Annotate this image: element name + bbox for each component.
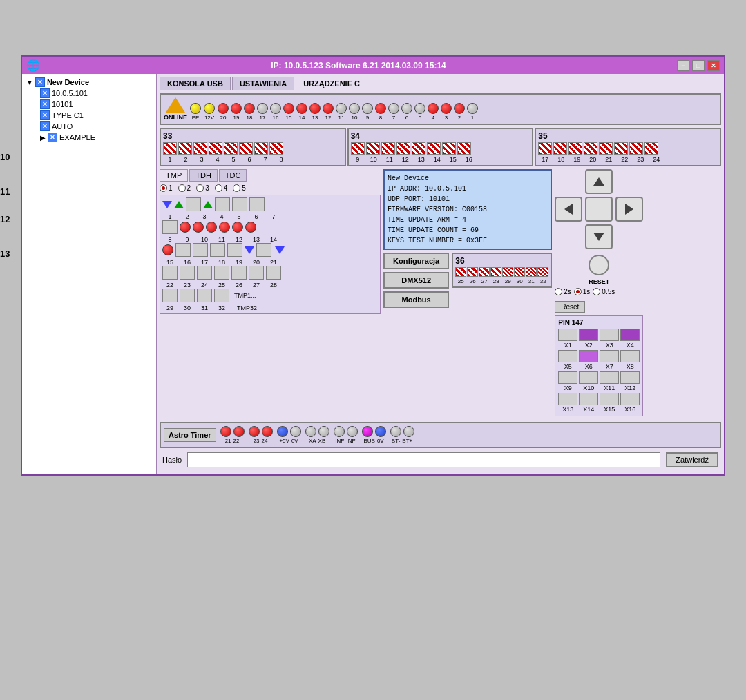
btn-5[interactable]: [215, 197, 230, 211]
key-center[interactable]: [585, 197, 613, 222]
btn-28[interactable]: [266, 266, 281, 280]
label-bt-minus: BT-: [392, 438, 400, 444]
key-down[interactable]: [585, 224, 613, 249]
hatch-36-1: [455, 267, 466, 277]
btn-25[interactable]: [214, 266, 229, 280]
pin-btn-x10[interactable]: [579, 371, 598, 384]
pin-btn-x8[interactable]: [620, 350, 640, 362]
dmx512-button[interactable]: DMX512: [383, 272, 449, 289]
btn-16[interactable]: [175, 243, 191, 257]
ch-34-9: 9: [351, 156, 365, 163]
btn-18[interactable]: [210, 243, 225, 257]
btn-6[interactable]: [232, 197, 247, 211]
radio-3[interactable]: 3: [196, 184, 209, 192]
led-ch2: [454, 103, 465, 114]
pin-label-x1: X1: [564, 342, 572, 349]
hatch-35-7: [629, 142, 643, 155]
pin-btn-x1[interactable]: [558, 329, 577, 341]
btn-8[interactable]: [162, 220, 178, 234]
btn-29[interactable]: [162, 289, 178, 302]
pin-btn-x12[interactable]: [620, 371, 640, 384]
subtab-tdc[interactable]: TDC: [219, 169, 247, 182]
btn-24[interactable]: [197, 266, 212, 280]
btn-21a[interactable]: [256, 243, 271, 257]
rnum-26: 26: [231, 282, 247, 289]
pin-btn-x6[interactable]: [579, 350, 598, 362]
btn-23[interactable]: [180, 266, 195, 280]
subtab-tmp[interactable]: TMP: [160, 169, 188, 182]
pin-panel: PIN 147 X1 X2: [555, 315, 643, 416]
rnum-13: 13: [249, 236, 264, 243]
tree-item-2[interactable]: ✕ TYPE C1: [39, 110, 153, 121]
key-left[interactable]: [555, 197, 582, 222]
pin-btn-x16[interactable]: [620, 393, 640, 405]
pin-btn-x9[interactable]: [558, 371, 577, 384]
ch-35-23: 23: [633, 156, 647, 163]
pin-x1: X1: [558, 329, 577, 349]
btn-30[interactable]: [180, 289, 195, 302]
rnum-10: 10: [197, 236, 212, 243]
tab-konsola[interactable]: KONSOLA USB: [160, 77, 231, 90]
close-button[interactable]: ✕: [707, 60, 720, 71]
pin-btn-x4[interactable]: [620, 329, 640, 341]
rnum-8: 8: [162, 236, 178, 243]
btn-22[interactable]: [162, 266, 178, 280]
btn-27[interactable]: [249, 266, 264, 280]
main-window: 🌐 IP: 10.0.5.123 Software 6.21 2014.03.0…: [21, 55, 725, 476]
pin-btn-x14[interactable]: [579, 393, 598, 405]
key-right[interactable]: [615, 197, 643, 222]
pin-btn-x3[interactable]: [600, 329, 619, 341]
btn-26[interactable]: [231, 266, 247, 280]
radio-1s[interactable]: 1s: [574, 288, 591, 295]
led-ch14: [296, 103, 307, 114]
tab-urzadzenie[interactable]: URZĄDZENIE C: [296, 77, 367, 90]
info-line1: New Device: [388, 173, 548, 184]
ch-36-29: 29: [502, 278, 513, 284]
btn-31[interactable]: [197, 289, 212, 302]
pin-btn-x7[interactable]: [600, 350, 619, 362]
btn-32[interactable]: [214, 289, 229, 302]
hatch-36-8: [537, 267, 548, 277]
pin-x9: X9: [558, 371, 577, 391]
pin-x12: X12: [620, 371, 640, 391]
konfiguracja-button[interactable]: Konfiguracja: [383, 253, 449, 269]
section-34-title: 34: [351, 131, 530, 141]
pin-label-x7: X7: [606, 363, 613, 370]
pin-btn-x13[interactable]: [558, 393, 577, 405]
radio-05s[interactable]: 0.5s: [593, 288, 615, 295]
hatch-36-7: [526, 267, 537, 277]
ch-35-18: 18: [554, 156, 568, 163]
tree-item-4[interactable]: ▶ ✕ EXAMPLE: [39, 132, 153, 143]
modbus-button[interactable]: Modbus: [383, 291, 449, 308]
minimize-button[interactable]: −: [677, 60, 689, 71]
btn-3[interactable]: [186, 197, 201, 211]
tree-item-0[interactable]: ✕ 10.0.5.101: [39, 88, 153, 99]
pin-btn-x5[interactable]: [558, 350, 577, 362]
restore-button[interactable]: □: [692, 60, 705, 71]
key-reset-circle[interactable]: [589, 255, 609, 275]
btn-7[interactable]: [249, 197, 265, 211]
hatch-35-8: [644, 142, 658, 155]
subtab-tdh[interactable]: TDH: [189, 169, 218, 182]
radio-1[interactable]: 1: [160, 184, 173, 192]
tree-item-1[interactable]: ✕ 10101: [39, 99, 153, 110]
info-line5: TIME UPDATE ARM = 4: [388, 215, 548, 225]
radio-2[interactable]: 2: [178, 184, 191, 192]
radio-4[interactable]: 4: [215, 184, 228, 192]
radio-2s[interactable]: 2s: [555, 288, 571, 295]
btn-17[interactable]: [193, 243, 208, 257]
key-up[interactable]: [585, 169, 613, 194]
btn-19[interactable]: [227, 243, 242, 257]
zatwierdz-button[interactable]: Zatwierdź: [666, 452, 718, 467]
pin-label-x11: X11: [604, 385, 615, 391]
password-input[interactable]: [187, 452, 660, 467]
pin-btn-x11[interactable]: [600, 371, 619, 384]
window-title: IP: 10.0.5.123 Software 6.21 2014.03.09 …: [40, 61, 677, 70]
tree-item-3[interactable]: ✕ AUTO: [39, 121, 153, 132]
pin-btn-x15[interactable]: [600, 393, 619, 405]
pin-btn-x2[interactable]: [579, 329, 598, 341]
radio-5[interactable]: 5: [233, 184, 246, 192]
tab-ustawienia[interactable]: USTAWIENIA: [232, 77, 294, 90]
tree-root[interactable]: ▼ ✕ New Device: [25, 77, 153, 88]
reset-button[interactable]: Reset: [555, 301, 585, 313]
